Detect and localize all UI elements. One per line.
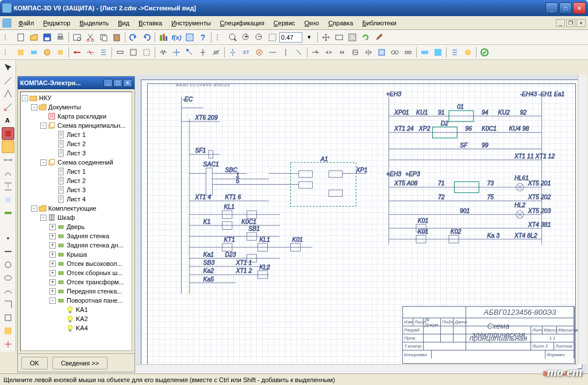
zoom-window-button[interactable] <box>266 31 279 44</box>
el-btn-10[interactable] <box>140 46 153 59</box>
tree-node[interactable]: KA2 <box>22 314 130 323</box>
pan-button[interactable] <box>320 31 332 44</box>
tree-node[interactable]: +Задняя стенка <box>22 231 130 241</box>
tree-node[interactable]: -Поворотная пане... <box>22 296 130 305</box>
tree-node[interactable]: +Задняя стенка дн... <box>22 241 130 250</box>
tree-node[interactable]: -Документы <box>22 102 130 112</box>
el-btn-8[interactable] <box>114 46 126 59</box>
menu-insert[interactable]: Вставка <box>134 18 167 28</box>
tree-node[interactable]: Лист 2 <box>22 139 130 148</box>
expander-icon[interactable]: + <box>49 251 56 258</box>
fx-button[interactable]: f(x) <box>170 31 183 44</box>
el-btn-5[interactable] <box>71 46 83 59</box>
tree-node[interactable]: -НКУ <box>22 93 130 102</box>
new-button[interactable] <box>14 31 27 44</box>
el-btn-19[interactable] <box>266 46 279 59</box>
menu-libraries[interactable]: Библиотеки <box>358 18 401 28</box>
el-btn-26[interactable] <box>362 46 375 59</box>
undo-button[interactable] <box>127 31 140 44</box>
tree-node[interactable]: +Передняя стенка... <box>22 287 130 296</box>
el-btn-30[interactable] <box>418 46 431 59</box>
expander-icon[interactable]: - <box>40 215 47 221</box>
open-button[interactable] <box>28 31 40 44</box>
panel-close[interactable]: × <box>123 79 132 87</box>
el-btn-25[interactable] <box>349 46 362 59</box>
zoom-all-button[interactable] <box>346 31 359 44</box>
tree-node[interactable]: -Шкаф <box>22 213 130 222</box>
el-btn-6[interactable] <box>84 46 97 59</box>
el-btn-18[interactable] <box>253 46 266 59</box>
brush-button[interactable] <box>372 31 385 44</box>
tree-view[interactable]: -НКУ-ДокументыКарта раскладки-Схема прин… <box>20 92 132 351</box>
el-btn-15[interactable] <box>210 46 222 59</box>
tree-node[interactable]: KA1 <box>22 305 130 314</box>
el-btn-33[interactable] <box>462 46 474 59</box>
el-btn-9[interactable] <box>127 46 140 59</box>
handle3-icon[interactable] <box>1 46 14 59</box>
menu-spec[interactable]: Спецификация <box>216 18 269 28</box>
zoom-fit-button[interactable] <box>226 31 239 44</box>
el-btn-28[interactable] <box>389 46 401 59</box>
mdi-restore[interactable]: ❐ <box>566 19 575 27</box>
el-btn-21[interactable] <box>293 46 305 59</box>
library-button[interactable] <box>157 31 170 44</box>
zoom-prev-button[interactable] <box>333 31 345 44</box>
menu-file[interactable]: Файл <box>14 18 39 28</box>
save-button[interactable] <box>41 31 53 44</box>
el-btn-7[interactable] <box>97 46 110 59</box>
tree-node[interactable]: +Дверь <box>22 222 130 231</box>
zoom-in-button[interactable]: + <box>240 31 252 44</box>
el-btn-27[interactable] <box>375 46 388 59</box>
refresh-button[interactable] <box>359 31 372 44</box>
el-btn-34[interactable] <box>478 46 491 59</box>
preview-button[interactable] <box>71 31 83 44</box>
tree-node[interactable]: -Схема принципиальн... <box>22 121 130 130</box>
zoom-input[interactable] <box>279 32 302 43</box>
tree-node[interactable]: Лист 4 <box>22 195 130 204</box>
expander-icon[interactable]: - <box>49 298 56 304</box>
tree-node[interactable]: Лист 1 <box>22 130 130 139</box>
el-btn-31[interactable] <box>432 46 444 59</box>
expander-icon[interactable]: + <box>49 242 56 249</box>
expander-icon[interactable]: - <box>22 95 28 101</box>
tree-node[interactable]: -Комплектующие <box>22 204 130 213</box>
el-btn-2[interactable] <box>28 46 40 59</box>
tree-node[interactable]: +Отсек трансформ... <box>22 277 130 287</box>
zoom-dropdown[interactable]: ▾ <box>303 31 316 44</box>
tree-node[interactable]: KA4 <box>22 323 130 333</box>
expander-icon[interactable]: - <box>40 123 47 129</box>
help-button[interactable]: ? <box>197 31 209 44</box>
el-btn-3[interactable] <box>41 46 53 59</box>
handle2-icon[interactable] <box>213 31 226 44</box>
el-btn-14[interactable] <box>197 46 209 59</box>
tree-node[interactable]: Лист 3 <box>22 148 130 158</box>
canvas[interactable]: АБВГ0123456-800Э3 -EC XT6 209 SF1 <box>136 75 587 373</box>
tree-node[interactable]: -Схема соединений <box>22 158 130 167</box>
drawing-sheet[interactable]: АБВГ0123456-800Э3 -EC XT6 209 SF1 <box>141 79 582 369</box>
cut-button[interactable] <box>84 31 97 44</box>
tree-node[interactable]: Карта раскладки <box>22 112 130 121</box>
minimize-button[interactable]: _ <box>545 2 558 14</box>
lt-1[interactable] <box>2 61 14 74</box>
el-btn-23[interactable] <box>322 46 335 59</box>
tree-node[interactable]: +Отсек сборных ш... <box>22 268 130 277</box>
expander-icon[interactable]: + <box>49 233 56 239</box>
print-button[interactable] <box>54 31 67 44</box>
tree-node[interactable]: Лист 2 <box>22 176 130 185</box>
tree-node[interactable]: +Крыша <box>22 250 130 259</box>
ok-button[interactable]: OK <box>21 357 48 369</box>
paste-button[interactable] <box>110 31 123 44</box>
el-btn-13[interactable] <box>183 46 196 59</box>
scrollbar-vertical[interactable] <box>578 75 587 364</box>
scrollbar-horizontal[interactable] <box>136 364 578 373</box>
tree-node[interactable]: +Отсек высоковол... <box>22 259 130 268</box>
expander-icon[interactable]: + <box>49 270 56 276</box>
expander-icon[interactable]: - <box>40 159 47 166</box>
redo-button[interactable] <box>140 31 153 44</box>
el-btn-32[interactable] <box>448 46 461 59</box>
copy-button[interactable] <box>97 31 110 44</box>
mdi-minimize[interactable]: _ <box>556 19 565 27</box>
tree-node[interactable]: Лист 1 <box>22 167 130 176</box>
info-button[interactable]: Сведения >> <box>52 357 107 369</box>
el-btn-24[interactable] <box>336 46 348 59</box>
